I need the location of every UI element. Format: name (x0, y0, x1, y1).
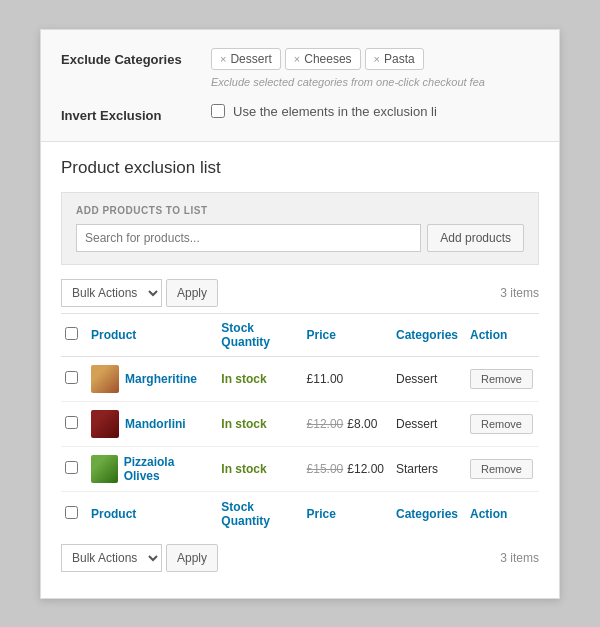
exclude-content: × Dessert × Cheeses × Pasta Exclude sele… (211, 48, 539, 88)
exclude-hint: Exclude selected categories from one-cli… (211, 76, 539, 88)
footer-stock-label: Stock Quantity (215, 491, 300, 536)
top-bulk-bar: Bulk Actions Apply 3 items (61, 279, 539, 307)
row-stock-status-1: In stock (221, 417, 266, 431)
header-stock-qty: Stock Quantity (215, 313, 300, 356)
add-products-box: ADD PRODUCTS TO LIST Add products (61, 192, 539, 265)
invert-content: Use the elements in the exclusion li (211, 104, 539, 119)
product-name-link-2[interactable]: Pizzaiola Olives (124, 455, 210, 483)
bottom-section: Product exclusion list ADD PRODUCTS TO L… (41, 142, 559, 598)
tag-dessert-label: Dessert (230, 52, 271, 66)
table-header-row: Product Stock Quantity Price Categories … (61, 313, 539, 356)
tag-x-dessert[interactable]: × (220, 53, 226, 65)
add-products-label: ADD PRODUCTS TO LIST (76, 205, 524, 216)
table-row: Pizzaiola OlivesIn stock£15.00£12.00Star… (61, 446, 539, 491)
invert-checkbox-row: Use the elements in the exclusion li (211, 104, 539, 119)
header-action: Action (464, 313, 539, 356)
exclude-label: Exclude Categories (61, 48, 211, 67)
tag-pasta-label: Pasta (384, 52, 415, 66)
row-price-1: £12.00£8.00 (301, 401, 390, 446)
select-all-checkbox[interactable] (65, 327, 78, 340)
invert-checkbox[interactable] (211, 104, 225, 118)
row-checkbox-2[interactable] (65, 461, 78, 474)
remove-button-2[interactable]: Remove (470, 459, 533, 479)
apply-button[interactable]: Apply (166, 279, 218, 307)
main-container: Exclude Categories × Dessert × Cheeses ×… (40, 29, 560, 599)
bottom-bulk-bar: Bulk Actions Apply 3 items (61, 544, 539, 572)
table-row: MargheritineIn stock£11.00DessertRemove (61, 356, 539, 401)
footer-check (61, 491, 85, 536)
row-category-0: Dessert (390, 356, 464, 401)
row-product-2: Pizzaiola Olives (85, 446, 215, 491)
footer-price-label: Price (301, 491, 390, 536)
header-check (61, 313, 85, 356)
table-row: MandorliniIn stock£12.00£8.00DessertRemo… (61, 401, 539, 446)
row-check-2 (61, 446, 85, 491)
row-product-1: Mandorlini (85, 401, 215, 446)
bottom-bulk-left: Bulk Actions Apply (61, 544, 218, 572)
row-stock-status-2: In stock (221, 462, 266, 476)
row-stock-1: In stock (215, 401, 300, 446)
row-category-2: Starters (390, 446, 464, 491)
row-stock-2: In stock (215, 446, 300, 491)
invert-exclusion-row: Invert Exclusion Use the elements in the… (61, 104, 539, 123)
bulk-left: Bulk Actions Apply (61, 279, 218, 307)
product-thumb-2 (91, 455, 118, 483)
row-price-new-1: £8.00 (347, 417, 377, 431)
row-category-1: Dessert (390, 401, 464, 446)
bulk-actions-select[interactable]: Bulk Actions (61, 279, 162, 307)
top-section: Exclude Categories × Dessert × Cheeses ×… (41, 30, 559, 142)
tag-pasta[interactable]: × Pasta (365, 48, 424, 70)
row-action-1: Remove (464, 401, 539, 446)
row-price-new-0: £11.00 (307, 372, 344, 386)
tag-cheeses[interactable]: × Cheeses (285, 48, 361, 70)
tags-row: × Dessert × Cheeses × Pasta (211, 48, 539, 70)
exclude-categories-row: Exclude Categories × Dessert × Cheeses ×… (61, 48, 539, 88)
tag-dessert[interactable]: × Dessert (211, 48, 281, 70)
section-title: Product exclusion list (61, 158, 539, 178)
row-price-new-2: £12.00 (347, 462, 384, 476)
row-stock-0: In stock (215, 356, 300, 401)
items-count: 3 items (500, 286, 539, 300)
bottom-apply-button[interactable]: Apply (166, 544, 218, 572)
bottom-bulk-actions-select[interactable]: Bulk Actions (61, 544, 162, 572)
row-price-old-2: £15.00 (307, 462, 344, 476)
add-products-button[interactable]: Add products (427, 224, 524, 252)
product-thumb-1 (91, 410, 119, 438)
tag-cheeses-label: Cheeses (304, 52, 351, 66)
row-price-0: £11.00 (301, 356, 390, 401)
product-name-link-0[interactable]: Margheritine (125, 372, 197, 386)
table-footer-row: Product Stock Quantity Price Categories … (61, 491, 539, 536)
remove-button-1[interactable]: Remove (470, 414, 533, 434)
row-check-0 (61, 356, 85, 401)
footer-select-all-checkbox[interactable] (65, 506, 78, 519)
search-row: Add products (76, 224, 524, 252)
product-thumb-0 (91, 365, 119, 393)
row-price-2: £15.00£12.00 (301, 446, 390, 491)
row-check-1 (61, 401, 85, 446)
invert-checkbox-label: Use the elements in the exclusion li (233, 104, 437, 119)
header-product: Product (85, 313, 215, 356)
footer-action-label: Action (464, 491, 539, 536)
bottom-items-count: 3 items (500, 551, 539, 565)
product-table: Product Stock Quantity Price Categories … (61, 313, 539, 536)
footer-product-label: Product (85, 491, 215, 536)
remove-button-0[interactable]: Remove (470, 369, 533, 389)
row-action-0: Remove (464, 356, 539, 401)
row-price-old-1: £12.00 (307, 417, 344, 431)
tag-x-pasta[interactable]: × (374, 53, 380, 65)
header-categories: Categories (390, 313, 464, 356)
tag-x-cheeses[interactable]: × (294, 53, 300, 65)
product-name-link-1[interactable]: Mandorlini (125, 417, 186, 431)
header-price: Price (301, 313, 390, 356)
invert-label: Invert Exclusion (61, 104, 211, 123)
search-input[interactable] (76, 224, 421, 252)
row-product-0: Margheritine (85, 356, 215, 401)
row-action-2: Remove (464, 446, 539, 491)
footer-categories-label: Categories (390, 491, 464, 536)
row-checkbox-1[interactable] (65, 416, 78, 429)
row-checkbox-0[interactable] (65, 371, 78, 384)
row-stock-status-0: In stock (221, 372, 266, 386)
